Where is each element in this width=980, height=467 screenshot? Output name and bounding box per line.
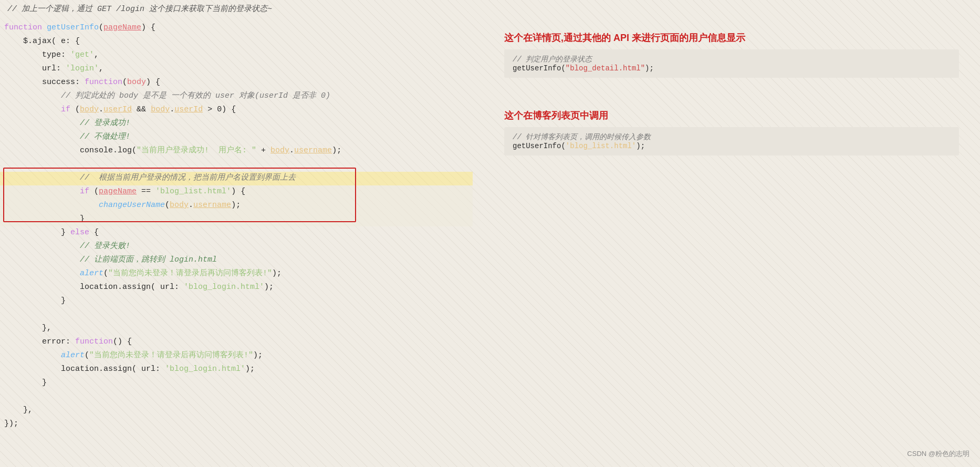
code-line: // 判定此处的 body 是不是 一个有效的 user 对象(userId 是… [0,90,473,103]
code-line: error: function() { [0,336,473,349]
url-value: 'login' [66,63,99,76]
ann-comment-text: // 判定用户的登录状态 [513,55,592,64]
annotation-comment-detail: // 判定用户的登录状态 [513,55,951,64]
paren5: ( [85,349,89,362]
code-line: // 让前端页面，跳转到 login.html [0,254,473,267]
code-line: $.ajax( e: { [0,35,473,49]
code-line: success: function(body) { [0,76,473,90]
username-ref: username [193,199,231,212]
change-username-call: changeUserName [99,199,165,212]
eq-op: == [137,185,155,199]
close-success: }, [4,322,51,335]
code-line: location.assign( url: 'blog_login.html')… [0,363,473,377]
code-line [0,308,473,322]
annotation-code-line-detail: getUserInfo("blog_detail.html"); [513,64,951,72]
code-line: }, [0,404,473,418]
code-area: function getUserInfo(pageName) { $.ajax(… [0,17,473,435]
comment-pagename: // 根据当前用户登录的情况，把当前用户名设置到界面上去 [4,172,296,185]
paren-close: ) { [146,76,160,89]
code-panel: // 加上一个逻辑，通过 GET /login 这个接口来获取下当前的登录状态~… [0,0,473,467]
alert-call: alert [4,267,103,281]
paren3: ( [165,199,170,212]
paren4: ( [103,267,108,281]
ann-string-list: 'blog_list.html' [566,142,636,150]
code-line [0,158,473,172]
type-prop: type: [4,49,70,62]
code-line: if (body.userId && body.userId > 0) { [0,103,473,117]
comment-redirect: // 让前端页面，跳转到 login.html [4,254,217,267]
top-comment: // 加上一个逻辑，通过 GET /login 这个接口来获取下当前的登录状态~ [0,0,473,17]
code-line [0,390,473,404]
ann-semi-detail: ); [645,64,654,72]
error-prop: error: [4,336,75,349]
pagename-ref: pageName [99,185,137,199]
url-prop: url: [4,63,66,76]
dot2: . [170,103,174,117]
comment-login-ok: // 登录成功! [4,117,130,130]
success-prop: success: [4,76,85,89]
code-line: alert("当前您尚未登录！请登录后再访问博客列表!"); [0,267,473,281]
userid-prop2: userId [174,103,203,117]
close-all: }); [4,418,18,431]
paren-open: ( [75,103,80,117]
login-url2: 'blog_login.html' [165,363,245,376]
param-pageName: pageName [103,22,141,35]
comma: , [94,49,99,62]
paren-close: ) { [141,22,155,35]
param-body: body [127,76,146,89]
comma: , [99,63,103,76]
keyword-function: function [4,22,47,35]
annotation-title-list: 这个在博客列表页中调用 [504,109,959,122]
location-call: location.assign( url: [4,281,184,294]
code-line: // 不做处理! [0,131,473,144]
code-line-box: if (pageName == 'blog_list.html') { [0,185,473,199]
alert-str2: "当前您尚未登录！请登录后再访问博客列表!" [89,349,253,362]
plus: + [256,144,270,158]
comment-login-fail: // 登录失败! [4,240,130,253]
paren: ( [99,22,103,35]
code-line: }, [0,322,473,336]
func-name: getUserInfo [47,22,99,35]
code-line: location.assign( url: 'blog_login.html')… [0,281,473,295]
semi4: ); [264,281,274,294]
annotation-title-detail: 这个在详情页,通过其他的 API 来进行页面的用户信息显示 [504,32,959,44]
body-ref2: body [170,199,189,212]
code-line: } [0,295,473,308]
close-if-brace: } [4,213,85,226]
console-log: console.log( [4,144,137,158]
keyword-function3: function [75,336,113,349]
annotation-detail: 这个在详情页,通过其他的 API 来进行页面的用户信息显示 // 判定用户的登录… [504,32,959,78]
annotation-code-line-list: getUserInfo('blog_list.html'); [513,142,951,150]
code-line: } [0,377,473,390]
code-line: console.log("当前用户登录成功! 用户名: " + body.use… [0,144,473,158]
close-ajax: }, [4,404,33,417]
location-call2: location.assign( url: [4,363,165,376]
code-line: alert("当前您尚未登录！请登录后再访问博客列表!"); [0,349,473,363]
alert-call2: alert [4,349,85,362]
code-line: } else { [0,226,473,240]
error-paren: () { [113,336,132,349]
semi5: ); [253,349,263,362]
semi2: ); [231,199,241,212]
paren: ( [122,76,127,89]
body-userid2: body [151,103,170,117]
else-clause: } [4,226,70,240]
close-error: } [4,377,47,390]
if-userid [4,103,61,117]
annotation-code-list: // 针对博客列表页，调用的时候传入参数 getUserInfo('blog_l… [504,127,959,155]
if-pagename-kw [4,185,80,199]
log-string: "当前用户登录成功! 用户名: " [137,144,256,158]
semi: ); [332,144,341,158]
alert-str: "当前您尚未登录！请登录后再访问博客列表!" [108,267,272,281]
dot4: . [189,199,193,212]
keyword-if: if [61,103,75,117]
paren-close2: ) { [231,185,245,199]
dot: . [99,103,103,117]
ann-string-detail: "blog_detail.html" [566,64,645,72]
semi6: ); [245,363,255,376]
blog-list-str: 'blog_list.html' [155,185,231,199]
login-url: 'blog_login.html' [184,281,264,294]
keyword-else: else [70,226,89,240]
ann-comment-text2: // 针对博客列表页，调用的时候传入参数 [513,133,651,141]
annotation-comment-list: // 针对博客列表页，调用的时候传入参数 [513,132,951,142]
